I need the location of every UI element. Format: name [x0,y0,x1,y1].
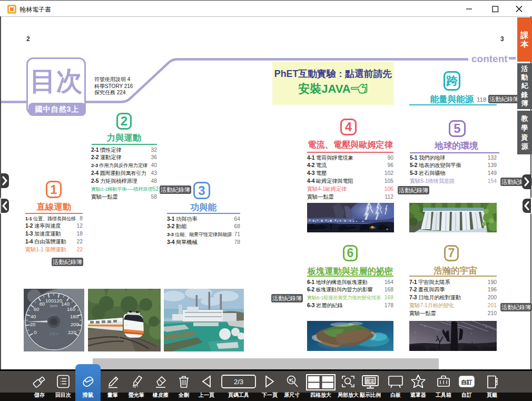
svg-text:220: 220 [68,329,76,335]
svg-text:80: 80 [40,301,45,307]
svg-text:160: 160 [67,306,75,312]
svg-text:7: 7 [417,379,420,385]
svg-text:自訂: 自訂 [461,379,473,385]
svg-text:20: 20 [30,321,36,327]
svg-text:固定: 固定 [366,378,376,384]
svg-text:60: 60 [34,306,40,312]
svg-text:2/3: 2/3 [234,378,243,386]
svg-text:200: 200 [71,321,79,327]
svg-text:km/h: km/h [50,304,57,308]
svg-text:40: 40 [31,314,36,319]
svg-text:223 4: 223 4 [50,332,58,336]
svg-text:180: 180 [70,314,78,319]
svg-text:0: 0 [34,329,36,335]
svg-text:100: 100 [45,298,54,304]
